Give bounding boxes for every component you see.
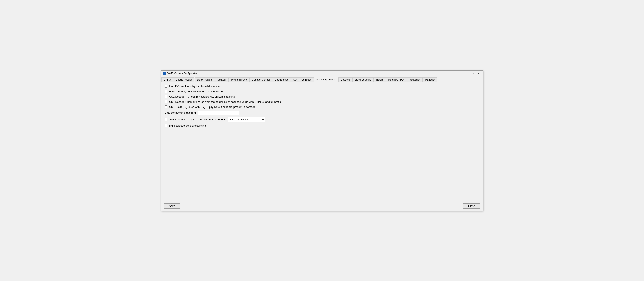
gs1-check-bp-checkbox[interactable] [164,95,168,98]
gs1-check-bp-label: GS1 Decoder - Check BP catalog No. on it… [169,95,235,98]
svg-rect-2 [165,72,166,73]
gs1-join-batch-checkbox[interactable] [164,106,168,108]
checkbox-row-3: GS1 Decoder - Check BP catalog No. on it… [164,95,480,98]
data-connector-row: Data connector sign/string: [164,110,480,115]
titlebar-controls: — □ ✕ [464,72,481,76]
tab-dispatch-control[interactable]: Dispatch Control [250,77,272,82]
gs1-remove-zeros-label: GS1 Decoder: Remove zeros from the begin… [169,100,281,103]
minimize-button[interactable]: — [464,72,470,76]
tab-production[interactable]: Production [406,77,422,82]
tab-su[interactable]: SU [291,77,299,82]
tabs-bar: GRPO Goods Receipt Stock Transfer Delive… [161,77,483,82]
tab-goods-receipt[interactable]: Goods Receipt [173,77,194,82]
data-connector-input[interactable] [198,110,240,115]
checkbox-row-4: GS1 Decoder: Remove zeros from the begin… [164,100,480,103]
identify-open-items-label: Identify/open items by batch/serial scan… [169,85,221,88]
footer: Save Close [161,201,483,211]
force-quantity-label: Force quantity confirmation on quantity … [169,90,224,93]
checkbox-row-5: GS1 - Join (10)Batch with (17) Expiry Da… [164,106,480,108]
close-button[interactable]: Close [463,204,480,208]
tab-pick-and-pack[interactable]: Pick and Pack [229,77,249,82]
tab-return-grpo[interactable]: Return GRPO [386,77,406,82]
gs1-copy-batch-checkbox[interactable] [164,118,167,121]
main-window: WMS Custom Configuration — □ ✕ GRPO Good… [161,70,483,211]
maximize-button[interactable]: □ [470,72,475,76]
svg-rect-0 [163,72,166,75]
tab-stock-counting[interactable]: Stock Counting [352,77,374,82]
app-icon [163,72,166,75]
data-connector-label: Data connector sign/string: [164,111,196,114]
tab-batches[interactable]: Batches [339,77,352,82]
gs1-copy-batch-label: GS1 Decoder - Copy (10) Batch number to … [169,118,226,121]
multi-select-label: Multi select orders by scanning [169,124,206,127]
identify-open-items-checkbox[interactable] [164,85,168,88]
titlebar-left: WMS Custom Configuration [163,72,198,75]
tab-delivery[interactable]: Delivery [215,77,228,82]
titlebar: WMS Custom Configuration — □ ✕ [161,70,483,77]
batch-attribute-dropdown[interactable]: Batch Attribute 1 Batch Attribute 2 Batc… [228,117,265,122]
content-area: Identify/open items by batch/serial scan… [161,82,483,201]
save-button[interactable]: Save [164,204,180,208]
tab-common[interactable]: Common [299,77,314,82]
svg-rect-1 [164,72,164,73]
close-window-button[interactable]: ✕ [476,72,481,76]
tab-goods-issue[interactable]: Goods Issue [272,77,291,82]
checkbox-row-2: Force quantity confirmation on quantity … [164,90,480,93]
tab-return[interactable]: Return [374,77,386,82]
window-title: WMS Custom Configuration [168,72,198,75]
tab-manager[interactable]: Manager [423,77,437,82]
gs1-join-batch-label: GS1 - Join (10)Batch with (17) Expiry Da… [169,106,255,108]
force-quantity-checkbox[interactable] [164,90,168,93]
checkbox-row-1: Identify/open items by batch/serial scan… [164,85,480,88]
multi-select-checkbox[interactable] [164,124,168,127]
tab-scanning-general[interactable]: Scanning: general [314,77,338,82]
gs1-remove-zeros-checkbox[interactable] [164,100,168,103]
svg-rect-3 [164,74,164,74]
tab-stock-transfer[interactable]: Stock Transfer [194,77,215,82]
tab-grpo[interactable]: GRPO [161,77,173,82]
multi-select-row: Multi select orders by scanning [164,124,480,127]
gs1-copy-row: GS1 Decoder - Copy (10) Batch number to … [164,117,480,122]
